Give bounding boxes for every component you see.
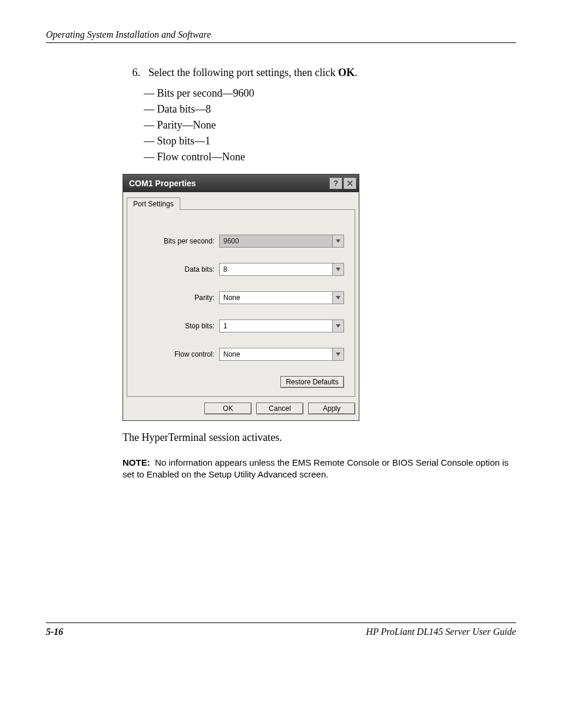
question-icon: ? (333, 179, 339, 187)
running-head: Operating System Installation and Softwa… (46, 29, 516, 43)
note-text: No information appears unless the EMS Re… (123, 457, 508, 479)
port-settings-panel: Bits per second: 9600 Data bits: 8 (127, 209, 355, 397)
note: NOTE: No information appears unless the … (123, 457, 516, 481)
data-bits-value: 8 (220, 263, 332, 275)
chevron-down-icon (332, 320, 343, 332)
label-parity: Parity: (138, 294, 219, 302)
dialog-title: COM1 Properties (129, 179, 328, 188)
parity-value: None (220, 292, 332, 304)
chevron-down-icon (332, 263, 343, 275)
list-item: Stop bits—1 (144, 135, 516, 147)
page-footer: 5-16 HP ProLiant DL145 Server User Guide (46, 622, 516, 637)
parity-select[interactable]: None (219, 291, 344, 304)
label-stop-bits: Stop bits: (138, 322, 219, 330)
cancel-button[interactable]: Cancel (256, 403, 303, 414)
row-bits-per-second: Bits per second: 9600 (138, 235, 344, 248)
label-data-bits: Data bits: (138, 265, 219, 274)
chevron-down-icon (332, 292, 343, 304)
list-item: Bits per second—9600 (144, 87, 516, 100)
book-title: HP ProLiant DL145 Server User Guide (366, 627, 516, 637)
flow-control-value: None (220, 348, 332, 360)
row-parity: Parity: None (138, 291, 344, 304)
chevron-down-icon (332, 348, 343, 360)
step-text: Select the following port settings, then… (148, 67, 516, 79)
stop-bits-value: 1 (220, 320, 332, 332)
row-flow-control: Flow control: None (138, 348, 344, 361)
tab-port-settings[interactable]: Port Settings (127, 197, 180, 210)
bits-per-second-select[interactable]: 9600 (219, 235, 344, 248)
ok-button[interactable]: OK (204, 403, 252, 414)
row-data-bits: Data bits: 8 (138, 263, 344, 276)
flow-control-select[interactable]: None (219, 348, 344, 361)
step-text-after: . (355, 67, 358, 78)
step-text-bold: OK (338, 67, 355, 78)
help-button[interactable]: ? (329, 177, 342, 189)
settings-list: Bits per second—9600 Data bits—8 Parity—… (123, 87, 516, 163)
label-flow-control: Flow control: (138, 350, 219, 358)
tabstrip: Port Settings (123, 192, 359, 209)
panel-actions: Restore Defaults (138, 376, 344, 388)
close-icon (347, 180, 353, 186)
follow-text: The HyperTerminal session activates. (123, 431, 516, 444)
step-6: 6. Select the following port settings, t… (123, 67, 516, 79)
com1-properties-dialog: COM1 Properties ? Port Settings Bits per… (123, 174, 359, 421)
row-stop-bits: Stop bits: 1 (138, 319, 344, 332)
note-label: NOTE: (123, 457, 150, 467)
label-bits-per-second: Bits per second: (138, 237, 219, 245)
list-item: Parity—None (144, 119, 516, 131)
data-bits-select[interactable]: 8 (219, 263, 344, 276)
page-number: 5-16 (46, 627, 63, 637)
chevron-down-icon (332, 235, 343, 247)
step-text-before: Select the following port settings, then… (148, 67, 338, 78)
stop-bits-select[interactable]: 1 (219, 319, 344, 332)
step-number: 6. (123, 67, 140, 79)
restore-defaults-button[interactable]: Restore Defaults (280, 376, 344, 388)
titlebar[interactable]: COM1 Properties ? (123, 174, 359, 192)
dialog-actions: OK Cancel Apply (123, 403, 359, 420)
close-button[interactable] (343, 177, 356, 189)
apply-button[interactable]: Apply (308, 403, 355, 414)
bits-per-second-value: 9600 (220, 235, 332, 247)
list-item: Flow control—None (144, 151, 516, 163)
list-item: Data bits—8 (144, 103, 516, 116)
